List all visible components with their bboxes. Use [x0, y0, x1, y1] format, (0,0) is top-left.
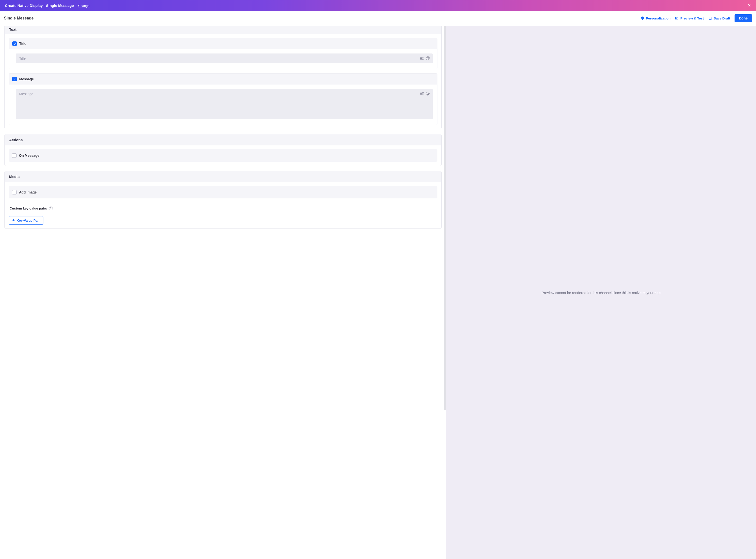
close-icon[interactable]: ✕ — [748, 3, 751, 8]
toolbar-actions: Personalization Preview & Test Save Draf… — [640, 14, 752, 22]
on-message-row: On Message — [8, 149, 437, 162]
text-section-body: Title {{}} @ — [5, 34, 441, 129]
liquid-braces-icon[interactable]: {{}} — [420, 57, 424, 60]
title-block: Title {{}} @ — [8, 38, 437, 69]
add-image-checkbox[interactable] — [12, 190, 17, 195]
title-checkbox[interactable] — [12, 41, 17, 46]
custom-kv-heading-row: Custom key-value pairs ? — [8, 203, 437, 213]
help-icon[interactable]: ? — [49, 206, 53, 210]
title-input[interactable] — [19, 57, 416, 60]
save-draft-label: Save Draft — [714, 17, 730, 20]
main-stage: Text Title {{}} @ — [0, 26, 756, 559]
preview-empty-message: Preview cannot be rendered for this chan… — [541, 291, 660, 295]
on-message-checkbox[interactable] — [12, 153, 17, 158]
message-block-body: {{}} @ — [9, 85, 437, 125]
title-input-wrap: {{}} @ — [16, 53, 433, 63]
preview-icon — [675, 16, 679, 20]
at-icon[interactable]: @ — [426, 56, 430, 60]
liquid-braces-icon[interactable]: {{}} — [420, 92, 424, 95]
check-icon — [13, 42, 16, 45]
message-input-tools: {{}} @ — [420, 91, 430, 96]
preview-label: Preview & Test — [680, 17, 704, 20]
actions-section-header: Actions — [5, 134, 441, 146]
message-block: Message {{}} @ — [8, 73, 437, 125]
title-input-tools: {{}} @ — [420, 56, 430, 60]
text-section-header: Text — [5, 26, 441, 34]
message-input[interactable] — [19, 92, 416, 104]
toolbar: Single Message Personalization Preview &… — [0, 11, 756, 26]
at-icon[interactable]: @ — [426, 91, 430, 96]
done-button[interactable]: Done — [735, 14, 752, 22]
on-message-label: On Message — [19, 154, 39, 157]
title-label: Title — [19, 42, 26, 46]
personalization-button[interactable]: Personalization — [640, 16, 670, 20]
title-block-head: Title — [9, 38, 437, 49]
actions-section: Actions On Message — [4, 134, 441, 166]
message-checkbox[interactable] — [12, 77, 17, 81]
personalization-label: Personalization — [646, 17, 670, 20]
media-section: Media Add Image Custom key-value pairs ?… — [4, 171, 441, 229]
scrollbar[interactable] — [444, 26, 446, 410]
message-block-head: Message — [9, 74, 437, 85]
add-image-row: Add Image — [8, 186, 437, 198]
add-image-label: Add Image — [19, 190, 37, 194]
add-kv-label: Key-Value Pair — [17, 219, 40, 222]
message-label: Message — [19, 77, 34, 81]
gear-icon — [640, 16, 644, 20]
add-kv-button[interactable]: + Key-Value Pair — [8, 216, 43, 225]
preview-test-button[interactable]: Preview & Test — [675, 16, 704, 20]
editor-column: Text Title {{}} @ — [0, 26, 446, 559]
save-draft-button[interactable]: Save Draft — [708, 16, 730, 20]
media-section-body: Add Image Custom key-value pairs ? + Key… — [5, 182, 441, 228]
check-icon — [13, 78, 16, 81]
change-link[interactable]: Change — [78, 4, 89, 8]
top-banner: Create Native Display - Single Message C… — [0, 0, 756, 11]
save-icon — [708, 16, 712, 20]
message-input-wrap: {{}} @ — [16, 89, 433, 119]
text-section: Text Title {{}} @ — [4, 26, 441, 129]
banner-title: Create Native Display - Single Message — [5, 3, 74, 8]
custom-kv-heading: Custom key-value pairs — [9, 206, 47, 210]
plus-icon: + — [12, 218, 15, 222]
banner-left: Create Native Display - Single Message C… — [5, 3, 89, 8]
actions-section-body: On Message — [5, 146, 441, 165]
media-section-header: Media — [5, 171, 441, 182]
preview-panel: Preview cannot be rendered for this chan… — [446, 26, 756, 559]
title-block-body: {{}} @ — [9, 49, 437, 69]
page-title: Single Message — [4, 16, 34, 20]
